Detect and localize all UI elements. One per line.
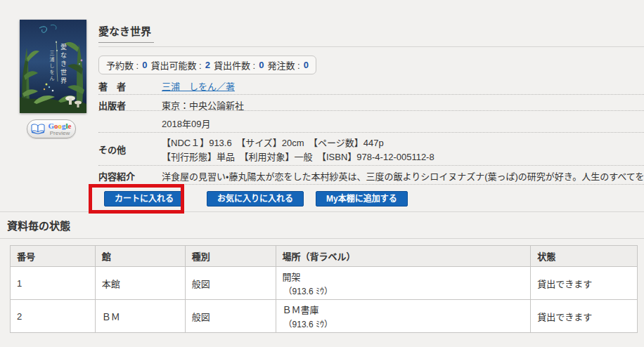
holdings-divider [0, 238, 644, 239]
order-count-label: 発注数 : [267, 58, 300, 72]
action-button-bar: カートに入れる お気に入りに入れる My本棚に追加する [98, 191, 408, 207]
other-label: その他 [98, 133, 162, 156]
pubdate-label [98, 111, 162, 114]
google-preview-button[interactable]: Google Preview [27, 119, 76, 138]
spine-label: （913.6 ﾐｳ） [283, 284, 524, 296]
publisher-value: 東京：中央公論新社 [162, 95, 644, 112]
holdings-section-title: 資料毎の状態 [7, 218, 70, 233]
author-label: 著 者 [98, 76, 162, 93]
col-status: 状態 [531, 246, 638, 267]
add-to-favorites-button[interactable]: お気に入りに入れる [207, 191, 304, 207]
holdings-row: 2 ＢＭ 般図 ＢＭ書庫 （913.6 ﾐｳ） 貸出できます [11, 300, 638, 333]
cell-type: 般図 [185, 300, 276, 333]
cell-library: ＢＭ [95, 300, 185, 333]
col-library: 館 [95, 246, 185, 267]
location-name: 開架 [283, 270, 524, 283]
loan-count-label: 貸出件数 : [214, 58, 255, 72]
reserve-count-value: 0 [142, 60, 147, 70]
description-label: 内容紹介 [98, 166, 162, 183]
bibliographic-details: 著 者 三浦 しをん／著 出版者 東京：中央公論新社 2018年09月 その他 … [98, 76, 644, 185]
available-count-label: 貸出可能数 : [150, 58, 201, 72]
other-line2: 【刊行形態】単品 【利用対象】一般 【ISBN】978-4-12-005112-… [162, 150, 644, 164]
cell-location: ＢＭ書庫 （913.6 ﾐｳ） [276, 300, 531, 333]
pubdate-row: 2018年09月 [98, 111, 644, 133]
title-divider [98, 46, 644, 47]
add-to-cart-button[interactable]: カートに入れる [104, 191, 184, 207]
order-count-value: 0 [304, 60, 309, 70]
col-location: 場所（背ラベル） [276, 246, 531, 267]
reserve-count-label: 予約数 : [106, 58, 139, 72]
publisher-label: 出版者 [98, 95, 162, 112]
page-title: 愛なき世界 [98, 23, 154, 43]
cell-type: 般図 [185, 267, 276, 300]
cell-status: 貸出できます [531, 267, 638, 300]
description-row: 内容紹介 洋食屋の見習い・藤丸陽太が恋をした本村紗英は、三度の飯よりシロイヌナズ… [98, 166, 644, 185]
publisher-row: 出版者 東京：中央公論新社 [98, 95, 644, 111]
other-line1: 【NDC１】913.6 【サイズ】20cm 【ページ数】447p [162, 136, 644, 150]
location-name: ＢＭ書庫 [283, 303, 524, 316]
google-logo: Google [48, 122, 71, 130]
holdings-row: 1 本館 般図 開架 （913.6 ﾐｳ） 貸出できます [11, 267, 638, 300]
cell-location: 開架 （913.6 ﾐｳ） [276, 267, 531, 300]
col-number: 番号 [11, 246, 96, 267]
other-row: その他 【NDC１】913.6 【サイズ】20cm 【ページ数】447p 【刊行… [98, 133, 644, 166]
section-divider [0, 211, 644, 212]
author-row: 著 者 三浦 しをん／著 [98, 76, 644, 95]
availability-stats: 予約数 : 0 貸出可能数 : 2 貸出件数 : 0 発注数 : 0 [98, 55, 316, 74]
holdings-header-row: 番号 館 種別 場所（背ラベル） 状態 [11, 246, 638, 267]
google-preview-label: Google Preview [48, 122, 71, 136]
book-cover-art [20, 20, 86, 113]
author-link[interactable]: 三浦 しをん／著 [162, 81, 235, 92]
cell-number: 1 [11, 267, 96, 300]
cell-library: 本館 [95, 267, 185, 300]
description-value: 洋食屋の見習い・藤丸陽太が恋をした本村紗英は、三度の飯よりシロイヌナズナ(葉っぱ… [162, 166, 644, 183]
book-cover-image[interactable]: 愛なき世界 三浦しをん [20, 20, 86, 113]
spine-label: （913.6 ﾐｳ） [283, 317, 524, 329]
pubdate-value: 2018年09月 [162, 111, 644, 130]
open-book-icon [31, 124, 45, 134]
add-to-myshelf-button[interactable]: My本棚に追加する [316, 191, 408, 207]
available-count-value: 2 [205, 60, 210, 70]
cell-number: 2 [11, 300, 96, 333]
book-detail-page: 愛なき世界 三浦しをん Google Preview 愛なき世界 予約数 : 0… [0, 0, 644, 347]
holdings-table: 番号 館 種別 場所（背ラベル） 状態 1 本館 般図 開架 （913.6 ﾐｳ… [10, 245, 638, 333]
loan-count-value: 0 [259, 60, 264, 70]
cell-status: 貸出できます [531, 300, 638, 333]
col-type: 種別 [185, 246, 276, 267]
